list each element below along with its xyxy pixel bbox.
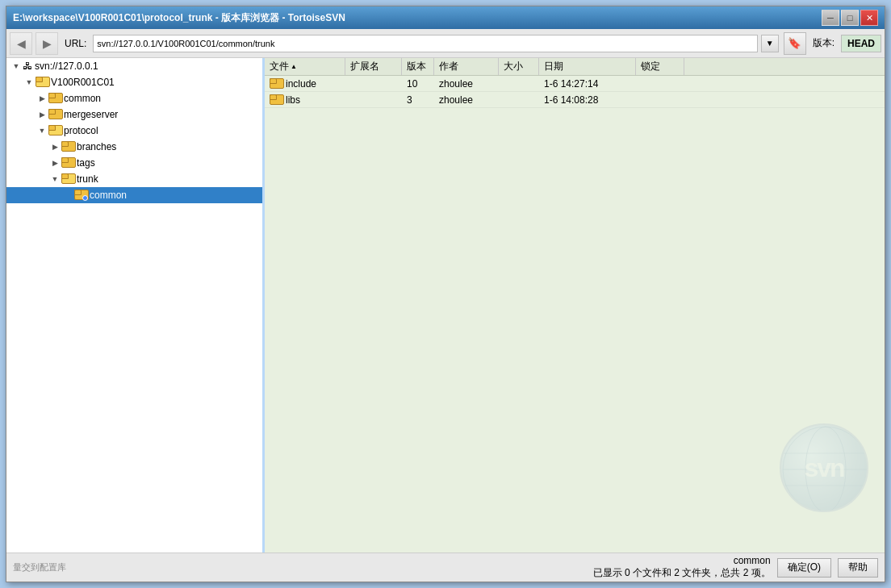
expand-icon-common: ▶ [36, 92, 48, 105]
table-row[interactable]: include 10 zhoulee 1-6 14:27:14 [265, 76, 885, 92]
col-name-label: 文件 [270, 60, 289, 73]
col-date-label: 日期 [544, 60, 563, 73]
col-header-author[interactable]: 作者 [434, 58, 499, 75]
tree-node-common2[interactable]: common [6, 187, 262, 203]
url-input[interactable] [93, 35, 757, 52]
minimize-button[interactable]: ─ [822, 10, 839, 26]
tree-label-mergeserver: mergeserver [64, 109, 118, 120]
rev-input[interactable] [841, 35, 881, 52]
file-pane: 文件 ▲ 扩展名 版本 作者 大小 日期 锁 [265, 58, 885, 553]
title-bar: E:\workspace\V100R001C01\protocol_trunk … [6, 6, 885, 29]
expand-icon-mergeserver: ▶ [36, 108, 48, 121]
expand-icon-branches: ▶ [48, 140, 61, 153]
col-header-date[interactable]: 日期 [539, 58, 636, 75]
tree-node-mergeserver[interactable]: ▶ mergeserver [6, 106, 262, 123]
file-cell-lock-include [636, 76, 684, 91]
tree-pane: ▼ 🖧 svn://127.0.0.1 ▼ V100R001C01 ▶ comm… [6, 58, 265, 553]
expand-icon-protocol: ▼ [36, 124, 48, 137]
back-button[interactable]: ◀ [10, 32, 32, 55]
file-cell-author-include: zhoulee [434, 76, 499, 91]
expand-icon-trunk: ▼ [48, 173, 61, 186]
file-cell-rev-include: 10 [402, 76, 434, 91]
col-size-label: 大小 [504, 60, 523, 73]
file-cell-ext-include [345, 76, 402, 91]
svn-badge [82, 195, 88, 201]
tree-label-common2: common [90, 190, 127, 201]
svn-globe-text: svn [804, 453, 843, 483]
expand-icon-root: ▼ [10, 60, 23, 73]
file-cell-date-include: 1-6 14:27:14 [539, 76, 636, 91]
file-cell-ext-libs [345, 92, 402, 107]
bookmark-button[interactable]: 🔖 [784, 32, 806, 55]
folder-icon-protocol [48, 125, 61, 136]
url-dropdown-button[interactable]: ▼ [761, 35, 779, 52]
col-header-lock[interactable]: 锁定 [636, 58, 684, 75]
col-header-size[interactable]: 大小 [499, 58, 539, 75]
tree-label-common: common [64, 93, 101, 104]
tree-label-branches: branches [77, 141, 116, 152]
file-table-header: 文件 ▲ 扩展名 版本 作者 大小 日期 锁 [265, 58, 885, 76]
toolbar: ◀ ▶ URL: ▼ 🔖 版本: [6, 29, 885, 58]
back-icon: ◀ [17, 37, 26, 50]
status-folder-name: common [395, 555, 770, 566]
file-cell-size-include [499, 76, 539, 91]
folder-icon-trunk [61, 173, 74, 185]
file-cell-rev-libs: 3 [402, 92, 434, 107]
title-controls: ─ □ ✕ [822, 10, 878, 26]
folder-icon-libs [270, 94, 282, 105]
tree-node-v100[interactable]: ▼ V100R001C01 [6, 74, 262, 90]
tree-label-root: svn://127.0.0.1 [35, 60, 98, 72]
status-bg-text: 量交到配置库 [13, 561, 388, 573]
svn-globe: svn [780, 423, 868, 512]
content-area: ▼ 🖧 svn://127.0.0.1 ▼ V100R001C01 ▶ comm… [6, 58, 885, 553]
tree-label-tags: tags [77, 157, 95, 169]
help-button[interactable]: 帮助 [838, 558, 878, 578]
tree-node-tags[interactable]: ▶ tags [6, 155, 262, 171]
sort-arrow-icon: ▲ [291, 63, 297, 70]
folder-icon-v100 [36, 77, 48, 88]
status-bar: 量交到配置库 common 已显示 0 个文件和 2 文件夹，总共 2 项。 确… [6, 553, 885, 582]
tree-label-protocol: protocol [64, 125, 98, 136]
status-text: 量交到配置库 [13, 561, 388, 573]
col-header-name[interactable]: 文件 ▲ [265, 58, 345, 75]
forward-icon: ▶ [43, 37, 52, 50]
tree-node-root[interactable]: ▼ 🖧 svn://127.0.0.1 [6, 58, 262, 74]
folder-icon-common [48, 93, 61, 104]
url-label: URL: [65, 38, 86, 49]
tree-label-trunk: trunk [77, 173, 98, 185]
expand-icon-tags: ▶ [48, 156, 61, 169]
close-button[interactable]: ✕ [860, 10, 878, 26]
ok-button[interactable]: 确定(O) [777, 558, 831, 578]
expand-icon-common2 [61, 189, 74, 202]
main-window: E:\workspace\V100R001C01\protocol_trunk … [6, 6, 885, 582]
col-header-rev[interactable]: 版本 [402, 58, 434, 75]
file-cell-name-include: include [265, 76, 345, 91]
file-cell-name-libs: libs [265, 92, 345, 107]
rev-label: 版本: [813, 36, 835, 50]
maximize-button[interactable]: □ [841, 10, 859, 26]
folder-icon-tags [61, 157, 74, 169]
tree-node-branches[interactable]: ▶ branches [6, 139, 262, 155]
file-cell-author-libs: zhoulee [434, 92, 499, 107]
tree-node-protocol[interactable]: ▼ protocol [6, 123, 262, 139]
file-cell-lock-libs [636, 92, 684, 107]
status-count-text: 已显示 0 个文件和 2 文件夹，总共 2 项。 [395, 566, 770, 580]
table-row[interactable]: libs 3 zhoulee 1-6 14:08:28 [265, 92, 885, 108]
col-header-ext[interactable]: 扩展名 [345, 58, 402, 75]
col-rev-label: 版本 [407, 60, 426, 73]
window-title: E:\workspace\V100R001C01\protocol_trunk … [13, 11, 345, 25]
folder-icon-branches [61, 141, 74, 152]
col-author-label: 作者 [439, 60, 458, 73]
svn-watermark: svn [780, 423, 868, 512]
col-lock-label: 锁定 [641, 60, 660, 73]
expand-icon-v100: ▼ [23, 76, 36, 89]
status-right: common 已显示 0 个文件和 2 文件夹，总共 2 项。 [395, 555, 770, 580]
file-name-include: include [286, 78, 316, 90]
root-icon: 🖧 [23, 60, 32, 72]
forward-button[interactable]: ▶ [36, 32, 58, 55]
tree-node-trunk[interactable]: ▼ trunk [6, 171, 262, 187]
svn-folder-icon-common2 [74, 190, 87, 201]
file-name-libs: libs [286, 94, 300, 106]
tree-label-v100: V100R001C01 [51, 77, 115, 88]
tree-node-common[interactable]: ▶ common [6, 90, 262, 106]
